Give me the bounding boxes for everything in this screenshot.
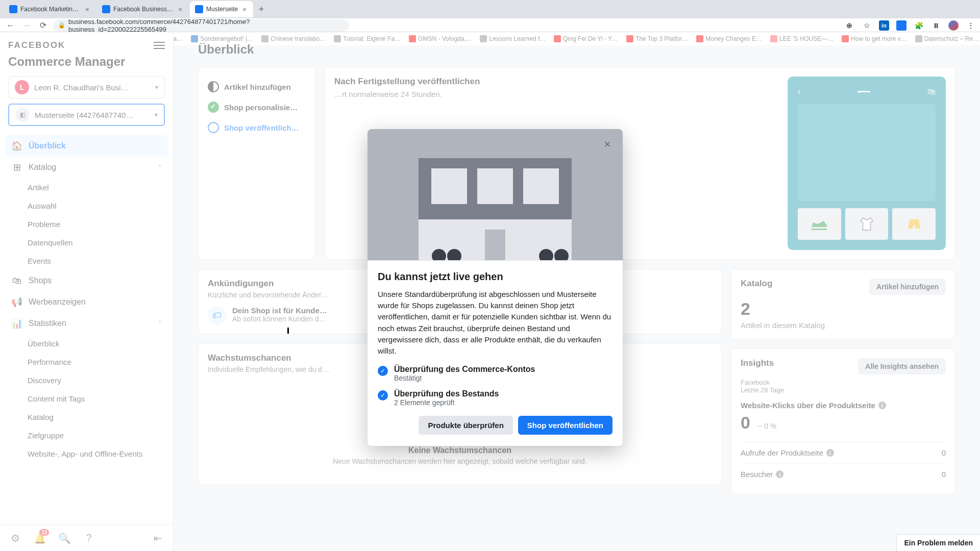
tab-favicon-icon — [9, 5, 17, 13]
browser-chrome: Facebook Marketing & Werbe… × Facebook B… — [0, 0, 980, 32]
url-text: business.facebook.com/commerce/442764877… — [68, 18, 344, 33]
profile-avatar[interactable] — [948, 20, 959, 31]
menu-icon[interactable]: ⋮ — [966, 20, 976, 31]
svg-rect-7 — [485, 230, 505, 260]
back-button[interactable]: ← — [4, 19, 16, 32]
check-sub: Bestätigt — [394, 374, 535, 382]
close-icon[interactable]: × — [177, 6, 184, 13]
svg-rect-3 — [523, 168, 559, 204]
modal-body-text: Unsere Standardüberprüfung ist abgeschlo… — [378, 289, 612, 357]
star-icon[interactable]: ☆ — [862, 20, 872, 31]
check-title: Überprüfung des Commerce-Kontos — [394, 365, 535, 374]
tab-favicon-icon — [102, 5, 110, 13]
cursor-indicator — [287, 328, 289, 334]
close-icon[interactable]: × — [84, 6, 91, 13]
modal-check-item: ✓ Überprüfung des Bestands 2 Elemente ge… — [378, 389, 612, 407]
close-icon[interactable]: × — [241, 6, 248, 13]
modal-hero-illustration — [368, 129, 623, 261]
url-input[interactable]: 🔒 business.facebook.com/commerce/4427648… — [53, 19, 349, 32]
modal-check-item: ✓ Überprüfung des Commerce-Kontos Bestät… — [378, 365, 612, 382]
forward-button[interactable]: → — [20, 19, 33, 32]
review-products-button[interactable]: Produkte überprüfen — [419, 416, 512, 435]
report-problem-button[interactable]: Ein Problem melden — [896, 534, 980, 551]
extension-icon[interactable]: ⏸ — [931, 20, 941, 31]
tab-title: Musterseite — [206, 6, 238, 13]
browser-tab[interactable]: Facebook Business Suite × — [97, 1, 189, 17]
go-live-modal: × Du kannst jetzt live gehen Unsere Stan… — [368, 129, 623, 446]
modal-title: Du kannst jetzt live gehen — [378, 271, 612, 283]
check-icon: ✓ — [378, 390, 388, 400]
tab-bar: Facebook Marketing & Werbe… × Facebook B… — [0, 0, 980, 18]
check-sub: 2 Elemente geprüft — [394, 398, 499, 407]
browser-tab-active[interactable]: Musterseite × — [190, 1, 253, 17]
check-title: Überprüfung des Bestands — [394, 389, 499, 398]
reload-button[interactable]: ⟳ — [37, 19, 49, 32]
extensions-menu-icon[interactable]: 🧩 — [914, 20, 924, 31]
lock-icon: 🔒 — [58, 22, 65, 29]
tab-title: Facebook Marketing & Werbe… — [20, 6, 81, 13]
browser-tab[interactable]: Facebook Marketing & Werbe… × — [4, 1, 96, 17]
svg-rect-2 — [477, 168, 513, 204]
publish-shop-button[interactable]: Shop veröffentlichen — [518, 416, 612, 435]
close-modal-button[interactable]: × — [599, 136, 616, 153]
check-icon: ✓ — [378, 366, 388, 376]
address-bar: ← → ⟳ 🔒 business.facebook.com/commerce/4… — [0, 18, 980, 32]
extension-icon[interactable]: in — [879, 20, 889, 31]
extension-icon[interactable] — [896, 20, 906, 31]
tab-favicon-icon — [195, 5, 203, 13]
new-tab-button[interactable]: + — [254, 2, 268, 16]
tab-title: Facebook Business Suite — [113, 6, 174, 13]
zoom-icon[interactable]: ⊕ — [844, 20, 854, 31]
svg-rect-1 — [431, 168, 467, 204]
